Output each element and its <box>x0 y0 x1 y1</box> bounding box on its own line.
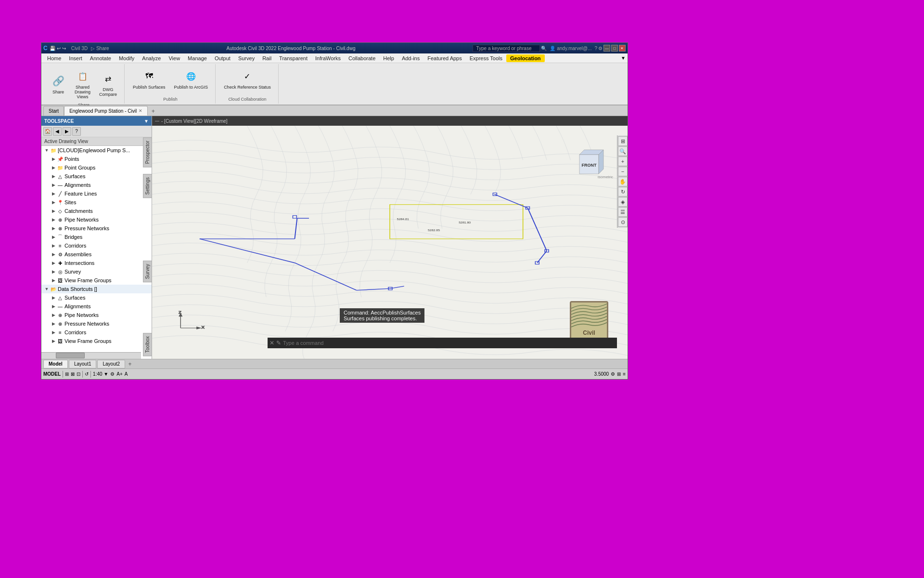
annotation-scale[interactable]: 1:40 ▼ <box>93 371 108 377</box>
properties-btn[interactable]: ☰ <box>618 207 628 217</box>
canvas-area[interactable]: Z X 5284.81 5281.80 5282.85 FRONT <box>152 126 628 359</box>
search-box[interactable]: Type a keyword or phrase <box>473 45 540 52</box>
command-pencil-icon[interactable]: ✎ <box>276 340 281 346</box>
menu-featured[interactable]: Featured Apps <box>424 54 466 62</box>
tree-item-bridges[interactable]: ▶ ⌒ Bridges <box>41 233 152 241</box>
prospector-tab[interactable]: Prospector <box>143 137 152 167</box>
view-cube[interactable]: FRONT isometric <box>570 145 608 184</box>
fullscreen-icon[interactable]: ⊞ <box>617 371 621 377</box>
menu-manage[interactable]: Manage <box>184 54 211 62</box>
start-tab[interactable]: Start <box>43 106 64 116</box>
help-icon[interactable]: ? <box>594 46 597 51</box>
toolspace-options[interactable]: ▼ <box>144 118 149 124</box>
menu-collaborate[interactable]: Collaborate <box>345 54 379 62</box>
ts-back-btn[interactable]: ◀ <box>53 127 62 136</box>
menu-analyze[interactable]: Analyze <box>138 54 165 62</box>
annotation-icon2[interactable]: A <box>125 371 128 377</box>
h-scrollbar[interactable] <box>41 352 141 359</box>
ortho-icon[interactable]: ⊡ <box>77 371 80 377</box>
menu-infraworks[interactable]: InfraWorks <box>311 54 345 62</box>
zoom-extents-btn[interactable]: ⊞ <box>618 136 628 146</box>
menu-annotate[interactable]: Annotate <box>86 54 115 62</box>
menu-transparent[interactable]: Transparent <box>275 54 311 62</box>
ts-home-btn[interactable]: 🏠 <box>43 127 52 136</box>
tree-ds-vfg[interactable]: ▶ 🖼 View Frame Groups <box>41 337 152 345</box>
command-input-area[interactable]: ✕ ✎ <box>268 338 617 348</box>
tree-ds-pressure-networks[interactable]: ▶ ⊗ Pressure Networks <box>41 319 152 328</box>
orbit-btn[interactable]: ↻ <box>618 187 628 197</box>
pan-btn[interactable]: ✋ <box>618 177 628 186</box>
tab-close-icon[interactable]: ✕ <box>139 108 142 113</box>
tree-ds-corridors[interactable]: ▶ ≡ Corridors <box>41 328 152 337</box>
tree-item-point-groups[interactable]: ▶ 📁 Point Groups <box>41 163 152 172</box>
workspace-icon[interactable]: ⚙ <box>611 371 615 377</box>
redo-icon[interactable]: ↪ <box>62 46 66 51</box>
menu-help[interactable]: Help <box>379 54 398 62</box>
settings-tab[interactable]: Settings <box>143 174 152 198</box>
undo-icon[interactable]: ↩ <box>57 46 61 51</box>
tree-item-alignments[interactable]: ▶ — Alignments <box>41 181 152 189</box>
menu-geolocation[interactable]: Geolocation <box>506 54 545 62</box>
minimize-button[interactable]: — <box>603 45 610 52</box>
tree-item-points[interactable]: ▶ 📌 Points <box>41 155 152 163</box>
drawing-tab-active[interactable]: Englewood Pump Station - Civil ✕ <box>64 106 148 116</box>
tab-layout1[interactable]: Layout1 <box>69 360 97 368</box>
zoom-in-btn[interactable]: + <box>618 157 628 166</box>
tree-item-pressure-networks[interactable]: ▶ ⊗ Pressure Networks <box>41 224 152 233</box>
tree-item-intersections[interactable]: ▶ ✚ Intersections <box>41 259 152 267</box>
tab-model[interactable]: Model <box>43 360 68 368</box>
tree-item-corridors[interactable]: ▶ ≡ Corridors <box>41 241 152 250</box>
grid-icon[interactable]: ⊞ <box>65 371 69 377</box>
add-layout-button[interactable]: + <box>126 360 134 368</box>
tree-root[interactable]: ▼ 📁 [CLOUD]Englewood Pump S... <box>41 146 152 155</box>
share-button[interactable]: 🔗 Share <box>47 71 69 97</box>
tree-ds-pipe-networks[interactable]: ▶ ⊕ Pipe Networks <box>41 311 152 319</box>
menu-view[interactable]: View <box>165 54 184 62</box>
tree-item-survey[interactable]: ▶ ◎ Survey <box>41 267 152 276</box>
publish-surfaces-button[interactable]: 🗺 Publish Surfaces <box>129 66 169 92</box>
tree-ds-alignments[interactable]: ▶ — Alignments <box>41 302 152 311</box>
tree-data-shortcuts[interactable]: ▼ 📂 Data Shortcuts [] <box>41 285 152 293</box>
rotation-icon[interactable]: ↺ <box>85 371 89 377</box>
command-input-field[interactable] <box>283 340 615 346</box>
viewport[interactable]: — - [Custom View][2D Wireframe] <box>152 116 628 359</box>
snap-icon[interactable]: ⊠ <box>71 371 75 377</box>
menu-survey[interactable]: Survey <box>234 54 258 62</box>
add-tab-button[interactable]: + <box>149 107 157 116</box>
survey-tab[interactable]: Survey <box>143 261 152 282</box>
tree-item-feature-lines[interactable]: ▶ ╱ Feature Lines <box>41 189 152 198</box>
menu-rail[interactable]: Rail <box>258 54 275 62</box>
close-button[interactable]: ✕ <box>619 45 626 52</box>
maximize-button[interactable]: □ <box>611 45 618 52</box>
overflow-btn[interactable]: ▼ <box>621 55 626 61</box>
tree-ds-surfaces[interactable]: ▶ △ Surfaces <box>41 293 152 302</box>
check-reference-button[interactable]: ✓ Check Reference Status <box>220 66 274 92</box>
dwg-compare-button[interactable]: ⇄ DWGCompare <box>96 68 120 99</box>
zoom-out-btn[interactable]: − <box>618 167 628 176</box>
tree-item-surfaces[interactable]: ▶ △ Surfaces <box>41 172 152 181</box>
menu-output[interactable]: Output <box>211 54 234 62</box>
toolbox-tab[interactable]: Toolbox <box>143 333 152 356</box>
customization-icon[interactable]: ≡ <box>623 371 626 377</box>
tree-item-catchments[interactable]: ▶ ◇ Catchments <box>41 207 152 215</box>
zoom-window-btn[interactable]: 🔍 <box>618 146 628 156</box>
annotation-icon[interactable]: A+ <box>116 371 123 377</box>
tree-item-sites[interactable]: ▶ 📍 Sites <box>41 198 152 207</box>
settings-icon[interactable]: ⚙ <box>598 46 603 51</box>
publish-arcgis-button[interactable]: 🌐 Publish to ArcGIS <box>171 66 212 92</box>
share-btn[interactable]: ▷ Share <box>91 46 109 51</box>
settings-gear[interactable]: ⚙ <box>110 371 115 377</box>
ts-help-btn[interactable]: ? <box>72 127 81 136</box>
scroll-thumb[interactable] <box>56 353 85 358</box>
view-tools-btn[interactable]: ◈ <box>618 197 628 207</box>
save-icon[interactable]: 💾 <box>50 46 55 51</box>
menu-insert[interactable]: Insert <box>65 54 86 62</box>
tree-item-assemblies[interactable]: ▶ ⚙ Assemblies <box>41 250 152 259</box>
menu-addins[interactable]: Add-ins <box>398 54 424 62</box>
command-x-icon[interactable]: ✕ <box>270 340 274 346</box>
tree-item-pipe-networks[interactable]: ▶ ⊕ Pipe Networks <box>41 215 152 224</box>
tree-item-view-frame-groups[interactable]: ▶ 🖼 View Frame Groups <box>41 276 152 285</box>
menu-home[interactable]: Home <box>43 54 65 62</box>
menu-modify[interactable]: Modify <box>115 54 138 62</box>
menu-express[interactable]: Express Tools <box>466 54 506 62</box>
